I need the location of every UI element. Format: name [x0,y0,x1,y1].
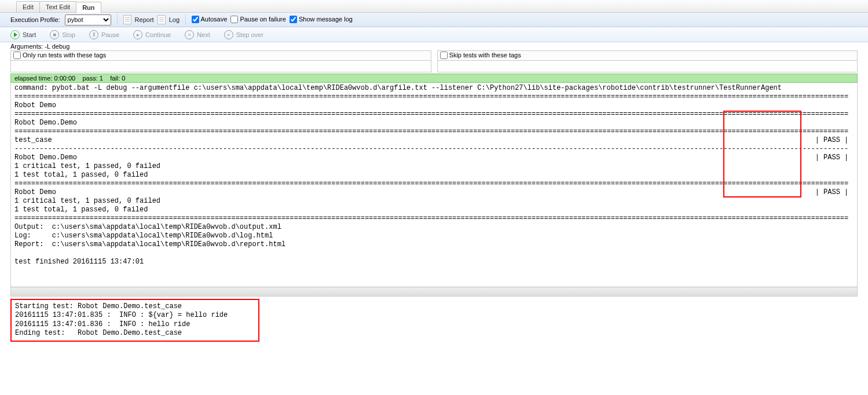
skip-tags-input[interactable] [437,61,858,72]
tab-run[interactable]: Run [76,2,101,13]
pause-icon: Ⅱ [89,30,98,39]
only-tags-checkbox[interactable]: Only run tests with these tags [10,50,431,61]
step-over-icon: » [224,30,233,39]
start-button[interactable]: Start [10,30,36,39]
autosave-label: Autosave [200,16,227,23]
stop-button[interactable]: ■ Stop [50,30,75,39]
pause-on-failure-label: Pause on failure [240,16,286,23]
profile-row: Execution Profile: pybot Report Log Auto… [0,13,868,27]
pause-on-failure-checkbox[interactable]: Pause on failure [230,16,286,24]
editor-tabs: Edit Text Edit Run [0,0,868,13]
arguments-input[interactable] [45,43,276,50]
report-button[interactable]: Report [135,16,154,23]
continue-label: Continue [145,31,171,38]
next-label: Next [197,31,210,38]
only-tags-label: Only run tests with these tags [23,52,106,58]
pause-button[interactable]: Ⅱ Pause [89,30,119,39]
log-button[interactable]: Log [169,16,180,23]
continue-icon: ▸ [133,30,142,39]
log-icon [158,15,166,24]
stop-label: Stop [62,31,75,38]
continue-button[interactable]: ▸ Continue [133,30,171,39]
report-icon [123,15,131,24]
execution-profile-select[interactable]: pybot [65,14,111,25]
tab-edit[interactable]: Edit [16,1,40,12]
skip-tags-label: Skip tests with these tags [449,52,521,58]
arguments-row: Arguments: [0,42,868,50]
console-scrollbar[interactable] [11,287,857,296]
only-tags-input[interactable] [10,61,431,72]
arguments-label: Arguments: [10,43,43,50]
autosave-checkbox[interactable]: Autosave [192,16,227,24]
pass-count: pass: 1 [82,75,102,82]
pause-label: Pause [101,31,119,38]
show-message-log-checkbox[interactable]: Show message log [290,16,353,24]
step-over-button[interactable]: » Step over [224,30,263,39]
fail-count: fail: 0 [110,75,125,82]
status-bar: elapsed time: 0:00:00 pass: 1 fail: 0 [10,74,858,83]
start-label: Start [23,31,36,38]
tag-filter-row: Only run tests with these tags Skip test… [0,50,868,72]
play-icon [10,30,20,39]
next-button[interactable]: » Next [185,30,210,39]
show-message-log-label: Show message log [299,16,353,23]
step-over-label: Step over [236,31,263,38]
tab-textedit[interactable]: Text Edit [39,1,76,12]
control-row: Start ■ Stop Ⅱ Pause ▸ Continue » Next »… [0,27,868,42]
execution-profile-label: Execution Profile: [10,16,60,23]
skip-tags-checkbox[interactable]: Skip tests with these tags [437,50,858,61]
next-icon: » [185,30,194,39]
console-output: command: pybot.bat -L debug --argumentfi… [11,83,857,287]
elapsed-time: elapsed time: 0:00:00 [14,75,75,82]
stop-icon: ■ [50,30,59,39]
message-log-output: Starting test: Robot Demo.Demo.test_case… [10,299,259,342]
